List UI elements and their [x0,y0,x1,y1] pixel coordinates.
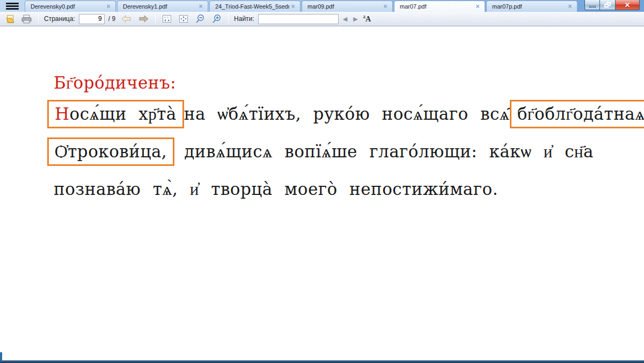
toolbar: Страница: / 9 [0,12,644,26]
tab-mar07-active[interactable]: mar07.pdf × [394,1,485,12]
previous-page-button[interactable] [119,14,134,24]
open-file-icon [5,14,15,24]
text-line-3: познава́ю тѧ̀, и҆ творца̀ моего̀ непости… [54,179,498,199]
tab-label: mar07p.pdf [492,3,566,10]
tab-close-icon[interactable]: × [105,3,112,10]
tab-close-icon[interactable]: × [197,3,204,10]
line2-text: дивѧ́щисѧ вопїѧ́ше глаго́лющи: ка́кѡ и҆ … [184,142,594,162]
line1-middle-text: на ѡ҆бѧ́тїихъ, руко́ю носѧ́щаго всѧ̑ [184,104,510,124]
zoom-in-button[interactable] [210,13,224,24]
document-page: Бг҃оро́диченъ: Носѧ́щи хр҃та̀ на ѡ҆бѧ́тї… [0,27,644,360]
tab-mar07p[interactable]: mar07p.pdf × [486,1,577,12]
page-label: Страница: [44,15,75,23]
menu-button[interactable] [0,0,25,12]
toolbar-separator [155,14,156,24]
zoom-in-icon [211,14,222,24]
boxed-text: Ѻ҆трокови́ца, [55,142,167,162]
tab-derevensky0[interactable]: Derevensky0.pdf × [25,1,116,12]
tab-label: Derevensky1.pdf [123,3,197,10]
fit-page-button[interactable] [177,14,191,24]
highlight-box-otrokovitsa: Ѻ҆трокови́ца, [47,137,174,166]
back-arrow-icon [121,14,132,23]
taskbar-corner [0,352,2,360]
taskbar-edge [0,360,644,363]
minimize-icon [589,6,596,8]
tab-bar: Derevensky0.pdf × Derevensky1.pdf × 24_T… [0,0,644,12]
page-number-input[interactable] [79,14,105,24]
section-heading-bogorodichen: Бг҃оро́диченъ: [54,73,176,93]
tab-mar09[interactable]: mar09.pdf × [302,1,393,12]
page-total: / 9 [108,15,115,23]
tab-triod-fast-week5[interactable]: 24_Triod-Fast-Week5_5sedm... × [209,1,301,12]
minimize-button[interactable] [584,0,600,10]
window-controls: ✕ [584,0,640,10]
pdf-viewer-window: Derevensky0.pdf × Derevensky1.pdf × 24_T… [0,0,644,363]
fit-page-icon [178,14,189,24]
tab-derevensky1[interactable]: Derevensky1.pdf × [117,1,208,12]
fit-width-button[interactable] [160,14,174,24]
close-button[interactable]: ✕ [615,0,640,10]
toolbar-separator [228,14,229,24]
close-icon: ✕ [625,2,631,9]
tab-close-icon[interactable]: × [382,3,389,10]
find-input[interactable] [258,14,339,24]
highlight-box-nosyashchi-khrista: Носѧ́щи хр҃та̀ [47,100,184,128]
red-initial-letter: Н [55,104,70,124]
text-line-2: Ѻ҆трокови́ца, дивѧ́щисѧ вопїѧ́ше глаго́л… [47,137,594,166]
highlight-box-bogoblagodatnaya: бг҃облг҃ода́тнаѧ [510,100,644,128]
tab-close-icon[interactable]: × [289,3,297,10]
print-button[interactable] [19,14,34,24]
tab-close-icon[interactable]: × [474,3,481,10]
tab-label: mar09.pdf [308,3,382,10]
zoom-out-button[interactable] [193,13,207,24]
open-button[interactable] [4,14,17,24]
match-case-icon: а [363,13,365,19]
forward-arrow-icon [138,14,149,23]
match-case-button[interactable]: аА [363,14,371,24]
boxed-text: осѧ́щи хр҃та̀ [70,104,177,124]
printer-icon [21,14,32,24]
tab-close-icon[interactable]: × [566,3,574,10]
hamburger-icon [6,3,19,10]
text-line-1: Носѧ́щи хр҃та̀ на ѡ҆бѧ́тїихъ, руко́ю нос… [47,100,621,128]
find-next-button[interactable]: ▶ [352,16,359,23]
tab-label: mar07.pdf [400,3,474,10]
next-page-button[interactable] [136,14,151,24]
find-label: Найти: [234,15,254,23]
restore-icon [604,2,611,8]
toolbar-separator [38,14,39,24]
tab-label: 24_Triod-Fast-Week5_5sedm... [215,3,289,10]
find-previous-button[interactable]: ◀ [341,16,349,23]
zoom-out-icon [195,14,206,24]
boxed-text: бг҃облг҃ода́тнаѧ [517,104,644,124]
fit-width-icon [162,14,172,24]
tab-label: Derevensky0.pdf [31,3,105,10]
restore-button[interactable] [600,0,615,10]
